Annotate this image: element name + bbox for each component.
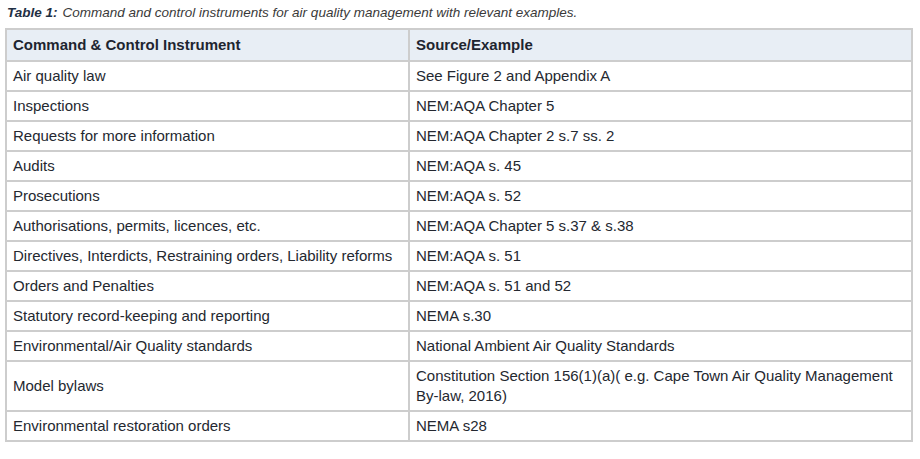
instrument-cell: Inspections bbox=[6, 91, 409, 121]
column-header-source: Source/Example bbox=[409, 29, 912, 61]
source-cell: National Ambient Air Quality Standards bbox=[409, 331, 912, 361]
command-control-table: Command & Control Instrument Source/Exam… bbox=[5, 28, 913, 442]
source-cell: NEMA s28 bbox=[409, 411, 912, 441]
instrument-cell: Directives, Interdicts, Restraining orde… bbox=[6, 241, 409, 271]
table-caption-label: Table 1: bbox=[7, 5, 58, 20]
header-row: Command & Control Instrument Source/Exam… bbox=[6, 29, 912, 61]
instrument-cell: Statutory record-keeping and reporting bbox=[6, 301, 409, 331]
instrument-cell: Audits bbox=[6, 151, 409, 181]
instrument-cell: Model bylaws bbox=[6, 361, 409, 411]
source-cell: NEM:AQA s. 51 bbox=[409, 241, 912, 271]
instrument-cell: Authorisations, permits, licences, etc. bbox=[6, 211, 409, 241]
table-row: Audits NEM:AQA s. 45 bbox=[6, 151, 912, 181]
table-row: Environmental restoration orders NEMA s2… bbox=[6, 411, 912, 441]
source-cell: NEM:AQA s. 45 bbox=[409, 151, 912, 181]
instrument-cell: Orders and Penalties bbox=[6, 271, 409, 301]
instrument-cell: Prosecutions bbox=[6, 181, 409, 211]
table-row: Authorisations, permits, licences, etc. … bbox=[6, 211, 912, 241]
table-row: Environmental/Air Quality standards Nati… bbox=[6, 331, 912, 361]
instrument-cell: Requests for more information bbox=[6, 121, 409, 151]
table-row: Directives, Interdicts, Restraining orde… bbox=[6, 241, 912, 271]
source-cell: Constitution Section 156(1)(a)( e.g. Cap… bbox=[409, 361, 912, 411]
source-cell: NEMA s.30 bbox=[409, 301, 912, 331]
instrument-cell: Environmental restoration orders bbox=[6, 411, 409, 441]
source-cell: NEM:AQA s. 51 and 52 bbox=[409, 271, 912, 301]
instrument-cell: Environmental/Air Quality standards bbox=[6, 331, 409, 361]
source-cell: See Figure 2 and Appendix A bbox=[409, 61, 912, 91]
table-row: Model bylaws Constitution Section 156(1)… bbox=[6, 361, 912, 411]
table-row: Air quality law See Figure 2 and Appendi… bbox=[6, 61, 912, 91]
table-row: Prosecutions NEM:AQA s. 52 bbox=[6, 181, 912, 211]
source-cell: NEM:AQA s. 52 bbox=[409, 181, 912, 211]
document-page: Table 1:Command and control instruments … bbox=[0, 0, 920, 459]
table-caption: Table 1:Command and control instruments … bbox=[7, 4, 920, 21]
source-cell: NEM:AQA Chapter 2 s.7 ss. 2 bbox=[409, 121, 912, 151]
table-caption-text: Command and control instruments for air … bbox=[63, 5, 578, 20]
source-cell: NEM:AQA Chapter 5 s.37 & s.38 bbox=[409, 211, 912, 241]
instrument-cell: Air quality law bbox=[6, 61, 409, 91]
column-header-instrument: Command & Control Instrument bbox=[6, 29, 409, 61]
table-row: Statutory record-keeping and reporting N… bbox=[6, 301, 912, 331]
table-row: Requests for more information NEM:AQA Ch… bbox=[6, 121, 912, 151]
table-row: Inspections NEM:AQA Chapter 5 bbox=[6, 91, 912, 121]
source-cell: NEM:AQA Chapter 5 bbox=[409, 91, 912, 121]
table-row: Orders and Penalties NEM:AQA s. 51 and 5… bbox=[6, 271, 912, 301]
